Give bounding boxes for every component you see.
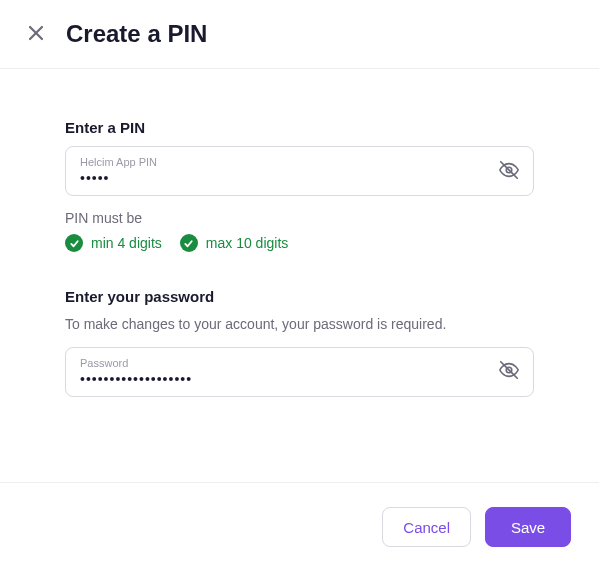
pin-section-label: Enter a PIN (65, 119, 534, 136)
save-button[interactable]: Save (485, 507, 571, 547)
dialog-title: Create a PIN (66, 20, 207, 48)
dialog-content: Enter a PIN Helcim App PIN PIN must be (0, 69, 599, 482)
password-section-description: To make changes to your account, your pa… (65, 315, 534, 335)
pin-input-container[interactable]: Helcim App PIN (65, 146, 534, 196)
requirement-min-digits: min 4 digits (65, 234, 162, 252)
create-pin-dialog: Create a PIN Enter a PIN Helcim App PIN … (0, 0, 599, 571)
requirement-max-digits: max 10 digits (180, 234, 288, 252)
eye-off-icon (498, 359, 520, 384)
pin-float-label: Helcim App PIN (80, 156, 485, 169)
dialog-footer: Cancel Save (0, 482, 599, 571)
password-float-label: Password (80, 357, 485, 370)
requirements-list: min 4 digits max 10 digits (65, 234, 534, 252)
requirements-title: PIN must be (65, 210, 534, 226)
requirement-text: min 4 digits (91, 235, 162, 251)
password-input[interactable] (80, 371, 485, 387)
toggle-pin-visibility-button[interactable] (497, 159, 521, 183)
dialog-header: Create a PIN (0, 0, 599, 69)
close-button[interactable] (24, 22, 48, 46)
pin-input[interactable] (80, 170, 485, 186)
close-icon (27, 24, 45, 45)
toggle-password-visibility-button[interactable] (497, 360, 521, 384)
check-icon (65, 234, 83, 252)
requirement-text: max 10 digits (206, 235, 288, 251)
check-icon (180, 234, 198, 252)
password-section-label: Enter your password (65, 288, 534, 305)
cancel-button[interactable]: Cancel (382, 507, 471, 547)
eye-off-icon (498, 159, 520, 184)
password-input-container[interactable]: Password (65, 347, 534, 397)
